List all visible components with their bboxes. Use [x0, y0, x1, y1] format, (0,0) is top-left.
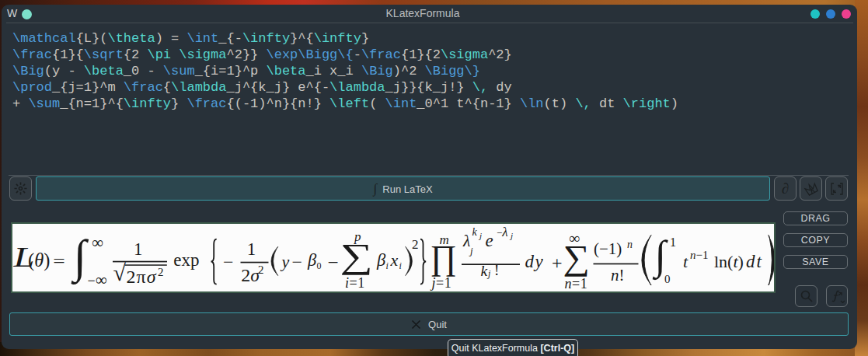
svg-text:p: p — [354, 229, 361, 244]
svg-text:y: y — [281, 252, 290, 271]
svg-text:√: √ — [113, 260, 127, 285]
svg-text:2: 2 — [412, 237, 419, 252]
svg-text:n−1: n−1 — [690, 249, 708, 261]
svg-text:x: x — [390, 250, 399, 270]
svg-text:λ: λ — [462, 232, 470, 250]
svg-text:1: 1 — [670, 236, 676, 249]
svg-text:2: 2 — [158, 266, 164, 278]
svg-text:i: i — [386, 260, 389, 271]
svg-text:β: β — [376, 250, 386, 270]
svg-text:1: 1 — [134, 239, 143, 259]
svg-text:j: j — [478, 231, 482, 240]
svg-text:!: ! — [494, 262, 499, 278]
svg-text:m: m — [440, 232, 449, 247]
svg-text:−: − — [328, 252, 339, 273]
svg-text:n!: n! — [611, 266, 625, 284]
svg-text:(θ): (θ) — [28, 250, 50, 271]
svg-text:dy: dy — [525, 252, 545, 271]
svg-text:β: β — [307, 250, 317, 270]
svg-text:−: − — [292, 252, 303, 272]
svg-text:∫: ∫ — [71, 231, 89, 285]
svg-text:i: i — [399, 260, 402, 271]
svg-text:n: n — [627, 239, 633, 250]
svg-text:−∞: −∞ — [88, 270, 107, 289]
svg-text:dt: dt — [746, 252, 763, 271]
svg-text:0: 0 — [664, 273, 671, 285]
svg-text:t: t — [683, 252, 688, 271]
svg-text:(−1): (−1) — [594, 239, 622, 258]
svg-text:ln(t): ln(t) — [714, 252, 744, 271]
svg-text:1: 1 — [247, 239, 256, 259]
svg-text:exp: exp — [173, 250, 199, 270]
svg-text:−: − — [223, 252, 234, 272]
svg-text:2πσ: 2πσ — [127, 267, 157, 287]
svg-text:∞: ∞ — [569, 230, 580, 246]
svg-text:k: k — [481, 263, 488, 279]
svg-text:∞: ∞ — [92, 233, 103, 252]
svg-text:−λ: −λ — [497, 225, 508, 239]
svg-text:e: e — [486, 231, 493, 250]
svg-text:k: k — [472, 226, 478, 238]
svg-text:i=1: i=1 — [345, 275, 365, 291]
svg-text:2: 2 — [258, 264, 264, 276]
svg-text:j=1: j=1 — [431, 275, 452, 291]
svg-text:0: 0 — [317, 260, 322, 271]
svg-text:n=1: n=1 — [565, 276, 588, 291]
svg-text:+: + — [552, 253, 563, 273]
svg-text:j: j — [509, 231, 513, 240]
svg-text:=: = — [53, 251, 65, 270]
